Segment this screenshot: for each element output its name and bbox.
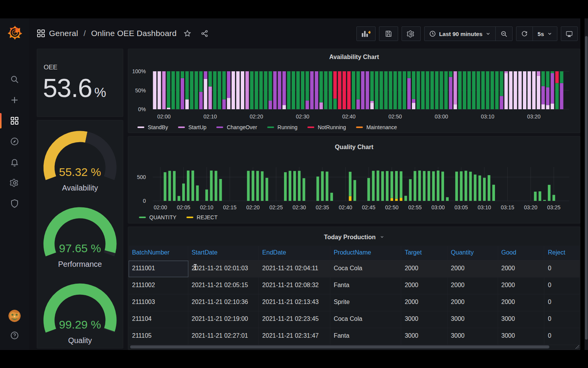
table-cell[interactable]: 2000 (448, 261, 498, 277)
table-cell[interactable]: 3000 (448, 328, 498, 345)
add-panel-button[interactable] (356, 26, 376, 41)
quality-bar-02:28[interactable] (289, 171, 291, 201)
availability-bar-02:00[interactable] (162, 71, 166, 109)
availability-bar-02:16[interactable] (236, 71, 240, 109)
alerting-menu-item[interactable] (0, 154, 29, 171)
availability-bar-02:06[interactable] (190, 71, 193, 109)
quality-bar-02:12[interactable] (215, 171, 217, 201)
quality-bar-02:50[interactable] (390, 171, 393, 201)
quality-bar-02:58[interactable] (428, 171, 430, 201)
quality-bar-02:03[interactable] (173, 171, 176, 201)
table-cell[interactable]: 2021-11-21 02:23:45 (259, 311, 330, 328)
table-cell[interactable]: 2021-11-21 02:01:03 (188, 261, 259, 277)
column-header-productname[interactable]: ProductName (330, 246, 402, 260)
availability-bar-02:27[interactable] (287, 71, 291, 109)
availability-bar-02:07[interactable] (194, 71, 198, 109)
help-menu-item[interactable] (0, 327, 29, 344)
column-header-quantity[interactable]: Quantity (448, 246, 498, 260)
quality-bar-03:10[interactable] (483, 178, 486, 201)
quality-bar-02:22[interactable] (261, 171, 263, 201)
availability-bar-02:13[interactable] (222, 71, 226, 109)
availability-bar-02:55[interactable] (416, 71, 420, 109)
table-cell[interactable]: 2021-11-21 02:27:01 (188, 328, 259, 345)
quality-bar-03:02[interactable] (446, 197, 449, 201)
availability-bar-02:47[interactable] (379, 71, 383, 109)
availability-bar-02:46[interactable] (375, 71, 378, 109)
panel-resize-handle[interactable] (575, 345, 579, 349)
refresh-interval-button[interactable]: 5s (532, 27, 557, 41)
breadcrumb-folder[interactable]: General (49, 29, 78, 38)
table-row-211105[interactable]: 2111052021-11-21 02:27:012021-11-21 02:3… (129, 328, 580, 345)
table-cell[interactable]: 2000 (401, 278, 448, 294)
column-header-target[interactable]: Target (401, 246, 448, 260)
availability-bar-03:11[interactable] (490, 71, 494, 109)
quality-bar-03:09[interactable] (479, 176, 481, 201)
page-scrollbar-track[interactable] (585, 18, 588, 350)
quality-bar-02:08[interactable] (196, 186, 199, 201)
availability-bar-02:34[interactable] (319, 71, 323, 109)
availability-bar-03:19[interactable] (528, 71, 531, 109)
table-cell[interactable]: 2111001 (129, 261, 188, 277)
breadcrumb-dashboard-title[interactable]: Online OEE Dashboard (91, 29, 176, 38)
quality-bar-02:49[interactable] (386, 171, 389, 201)
quality-bar-02:20[interactable] (252, 171, 254, 201)
availability-bar-02:04[interactable] (181, 71, 184, 109)
availability-bar-02:03[interactable] (176, 71, 180, 109)
table-row-2111003[interactable]: 21110032021-11-21 02:10:362021-11-21 02:… (129, 294, 580, 311)
availability-bar-02:38[interactable] (338, 71, 341, 109)
availability-bar-02:25[interactable] (278, 71, 281, 109)
quality-bar-02:47[interactable] (377, 171, 379, 201)
quality-bar-02:36[interactable] (326, 172, 328, 201)
availability-bar-02:14[interactable] (227, 71, 230, 109)
legend-item-standby[interactable]: StandBy (137, 124, 168, 130)
quality-bar-02:13[interactable] (219, 179, 222, 201)
table-cell[interactable]: 2000 (401, 261, 448, 277)
availability-bar-02:28[interactable] (292, 71, 295, 109)
availability-bar-02:18[interactable] (245, 71, 249, 109)
quality-chart-panel[interactable]: Quality Chart 050002:0002:0502:1002:1502… (128, 136, 580, 223)
table-cell[interactable]: 0 (544, 294, 580, 311)
availability-bar-02:12[interactable] (218, 71, 221, 109)
table-cell[interactable]: 2000 (498, 294, 545, 311)
gauges-panel[interactable]: 55.32 %Availability97.65 %Performance99.… (37, 120, 123, 348)
production-table-header[interactable]: Today Production (128, 234, 580, 241)
availability-bar-03:25[interactable] (555, 71, 559, 109)
availability-bar-03:15[interactable] (509, 71, 513, 109)
availability-bar-02:36[interactable] (329, 71, 332, 109)
availability-bar-02:44[interactable] (366, 71, 369, 109)
availability-bar-02:50[interactable] (394, 71, 397, 109)
availability-bar-02:54[interactable] (412, 71, 415, 109)
quality-bar-02:37[interactable] (330, 193, 333, 201)
quality-bar-02:54[interactable] (409, 179, 412, 201)
table-cell[interactable]: 2021-11-21 02:19:00 (188, 311, 259, 328)
quality-bar-02:45[interactable] (368, 178, 370, 201)
legend-item-reject[interactable]: REJECT (186, 214, 217, 220)
grafana-logo[interactable] (7, 24, 22, 40)
availability-bar-02:52[interactable] (403, 71, 406, 109)
availability-bar-02:35[interactable] (324, 71, 328, 109)
quality-bar-02:52[interactable] (400, 171, 402, 201)
table-cell[interactable]: Coca Cola (330, 261, 402, 277)
quality-bar-02:35[interactable] (321, 171, 324, 201)
availability-bar-03:13[interactable] (500, 71, 503, 109)
quality-bar-02:42[interactable] (353, 180, 356, 201)
availability-bar-03:01[interactable] (444, 71, 448, 109)
quality-bar-02:04[interactable] (178, 196, 180, 201)
column-header-reject[interactable]: Reject (544, 246, 580, 260)
availability-bar-03:09[interactable] (481, 71, 485, 109)
table-cell[interactable]: 2021-11-21 02:08:32 (259, 278, 330, 294)
column-header-good[interactable]: Good (498, 246, 545, 260)
availability-bar-02:37[interactable] (333, 71, 337, 109)
availability-bar-02:40[interactable] (347, 71, 351, 109)
availability-bar-02:53[interactable] (407, 71, 411, 109)
configuration-menu-item[interactable] (0, 174, 29, 191)
quality-bar-03:12[interactable] (492, 185, 495, 201)
availability-bar-03:20[interactable] (532, 71, 536, 109)
table-cell[interactable]: 3000 (498, 311, 545, 328)
server-admin-menu-item[interactable] (0, 195, 29, 212)
availability-bar-03:05[interactable] (463, 71, 466, 109)
table-cell[interactable]: 2021-11-21 02:31:47 (259, 328, 330, 345)
availability-bar-02:02[interactable] (172, 71, 175, 109)
quality-bar-03:24[interactable] (548, 185, 550, 201)
share-icon[interactable] (201, 30, 209, 38)
